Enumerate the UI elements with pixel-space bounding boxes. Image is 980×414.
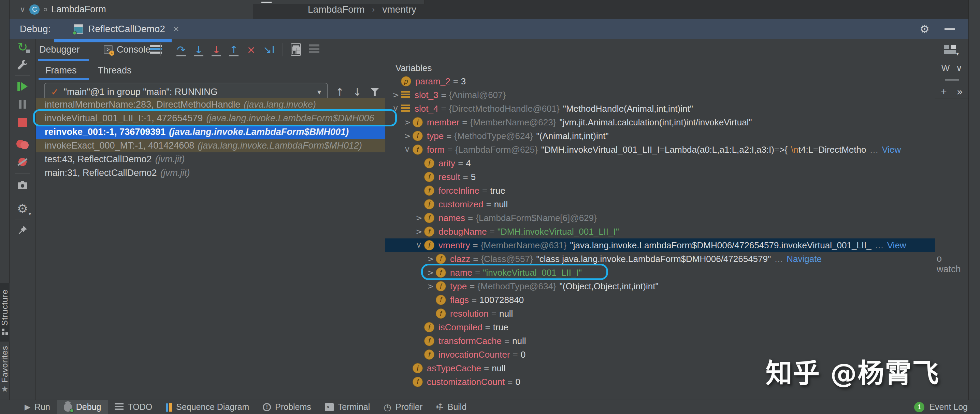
restore-layout-icon[interactable]: ▾	[944, 45, 956, 55]
chevron-down-icon[interactable]: ∨	[956, 63, 962, 73]
variable-row-names[interactable]: >fnames={LambdaForm$Name[6]@629}	[385, 211, 935, 225]
variable-row-form[interactable]: >fform={LambdaForm@625}"DMH.invokeVirtua…	[385, 143, 935, 157]
minimize-icon[interactable]	[945, 28, 955, 30]
variable-row-slot_4[interactable]: >slot_4={DirectMethodHandle@601}"MethodH…	[385, 102, 935, 115]
tree-chevron-icon[interactable]: >	[402, 131, 412, 141]
settings-wrench-button[interactable]	[14, 57, 31, 72]
statusbar-item-terminal[interactable]: >_Terminal	[318, 400, 377, 414]
stack-frame-row[interactable]: reinvoke_001:-1, 736709391(java.lang.inv…	[36, 125, 385, 139]
variable-row-name[interactable]: >fname="invokeVirtual_001_LII_I"	[385, 266, 935, 280]
variable-name: type	[450, 281, 467, 292]
view-breakpoints-button[interactable]	[14, 137, 31, 152]
step-out-icon[interactable]: ↑	[226, 42, 241, 57]
tab-console[interactable]: >↓ Console	[104, 39, 151, 60]
coverage-grid-icon[interactable]	[307, 42, 322, 57]
force-step-into-icon[interactable]: ↓	[209, 42, 224, 57]
variable-row-arity[interactable]: farity=4	[385, 157, 935, 170]
equals-sign: =	[438, 90, 449, 101]
arrow-down-icon[interactable]: ↓	[353, 86, 361, 98]
gear-icon[interactable]: ⚙	[920, 22, 929, 35]
tree-chevron-icon[interactable]: >	[391, 91, 401, 99]
statusbar-item-profiler[interactable]: ◷Profiler	[377, 400, 429, 414]
variable-row-forceInline[interactable]: fforceInline=true	[385, 184, 935, 197]
variable-row-type[interactable]: >ftype={MethodType@624}"(Animal,int,int)…	[385, 129, 935, 143]
stack-frame-row[interactable]: main:31, ReflectCallDemo2(jvm.jit)	[36, 166, 385, 180]
inline-link[interactable]: Navigate	[786, 254, 822, 264]
settings-gear-button[interactable]: ⚙▾	[14, 201, 31, 216]
stack-frame-row[interactable]: test:43, ReflectCallDemo2(jvm.jit)	[36, 152, 385, 166]
sidebar-tab-structure[interactable]: Structure	[0, 283, 10, 342]
variable-row-transformCache[interactable]: ftransformCache=null	[385, 334, 935, 348]
variable-row-vmentry[interactable]: >fvmentry={MemberName@631}"java.lang.inv…	[385, 238, 935, 252]
variable-row-customized[interactable]: fcustomized=null	[385, 197, 935, 211]
variable-row-member[interactable]: >fmember={MemberName@623}"jvm.jit.Animal…	[385, 115, 935, 129]
inline-link[interactable]: View	[882, 144, 901, 155]
tree-chevron-icon[interactable]: >	[425, 268, 436, 277]
statusbar-item-sequence-diagram[interactable]: Sequence Diagram	[159, 400, 256, 414]
step-over-icon[interactable]: ↷	[174, 42, 189, 57]
event-log[interactable]: 1 Event Log	[914, 402, 968, 412]
drop-frame-icon[interactable]: ×	[243, 42, 259, 57]
field-icon: f	[424, 240, 434, 250]
statusbar-item-build[interactable]: ⚒Build	[429, 400, 473, 414]
tree-chevron-icon[interactable]: >	[425, 254, 436, 263]
add-watch-button[interactable]: +	[941, 86, 947, 98]
thread-dump-camera-button[interactable]	[14, 177, 31, 193]
tab-debugger[interactable]: Debugger	[39, 39, 80, 60]
variable-row-type[interactable]: >ftype={MethodType@634}"(Object,Object,i…	[385, 280, 935, 293]
stack-frame-row[interactable]: internalMemberName:283, DirectMethodHand…	[36, 98, 385, 111]
structure-tree-item-lambdaform[interactable]: ∨ C LambdaForm	[20, 0, 106, 19]
layout-lines-icon[interactable]	[150, 45, 162, 55]
visibility-dot-icon	[44, 8, 47, 11]
stack-frame-row[interactable]: invokeVirtual_001_LII_I:-1, 472654579(ja…	[36, 111, 385, 125]
breadcrumb-item-class[interactable]: LambdaForm	[308, 4, 365, 15]
inline-link[interactable]: View	[887, 240, 906, 251]
debug-session-tab[interactable]: ReflectCallDemo2 ×	[74, 24, 179, 35]
step-into-icon[interactable]: ↓	[191, 42, 206, 57]
pin-button[interactable]	[14, 223, 31, 238]
field-icon: f	[412, 117, 423, 128]
frame-location: internalMemberName:283, DirectMethodHand…	[45, 99, 240, 110]
variable-row-debugName[interactable]: >fdebugName="DMH.invokeVirtual_001_LII_I…	[385, 225, 935, 238]
rerun-button[interactable]: ↻	[14, 39, 31, 54]
close-session-icon[interactable]: ×	[173, 24, 179, 35]
variable-row-isCompiled[interactable]: fisCompiled=true	[385, 320, 935, 334]
variable-row-resolution[interactable]: fresolution=null	[385, 307, 935, 320]
tree-chevron-icon[interactable]: >	[402, 118, 412, 127]
equals-sign: =	[472, 267, 483, 278]
resume-button[interactable]	[14, 79, 31, 94]
sidebar-tab-favorites[interactable]: Favorites ★	[0, 342, 10, 398]
tree-chevron-icon[interactable]: >	[391, 104, 400, 114]
more-actions-icon[interactable]: »	[957, 86, 963, 98]
slot-variable-icon	[401, 91, 410, 99]
statusbar-item-todo[interactable]: TODO	[108, 400, 159, 414]
evaluate-expression-icon[interactable]	[288, 42, 303, 57]
tree-chevron-icon[interactable]: >	[425, 282, 436, 291]
stop-button[interactable]	[14, 115, 31, 130]
toolbar-separator	[283, 43, 283, 56]
tree-chevron-icon[interactable]: >	[414, 227, 424, 236]
pause-button[interactable]	[14, 97, 31, 112]
expand-chevron-icon[interactable]: ∨	[20, 5, 25, 14]
parameter-icon: p	[401, 76, 411, 86]
star-icon: ★	[1, 384, 8, 394]
statusbar-item-debug[interactable]: Debug	[57, 400, 108, 414]
tab-threads[interactable]: Threads	[98, 65, 132, 76]
arrow-up-icon[interactable]: ↑	[336, 86, 344, 98]
tab-frames[interactable]: Frames	[45, 65, 77, 76]
run-to-cursor-icon[interactable]: ↘I	[261, 42, 277, 57]
tree-chevron-icon[interactable]: >	[415, 240, 423, 250]
variable-row-slot_3[interactable]: >slot_3={Animal@607}	[385, 88, 935, 102]
variable-row-flags[interactable]: fflags=100728840	[385, 293, 935, 307]
breadcrumb-item-member[interactable]: vmentry	[382, 4, 417, 15]
variable-row-result[interactable]: fresult=5	[385, 170, 935, 184]
statusbar-item-problems[interactable]: !Problems	[256, 400, 318, 414]
filter-funnel-icon[interactable]	[370, 88, 379, 96]
mute-breakpoints-button[interactable]	[14, 154, 31, 169]
tree-chevron-icon[interactable]: >	[414, 214, 424, 222]
variable-row-param_2[interactable]: pparam_2=3	[385, 75, 935, 88]
stack-frame-row[interactable]: invokeExact_000_MT:-1, 401424608(java.la…	[36, 139, 385, 152]
variable-row-clazz[interactable]: >fclazz={Class@557}"class java.lang.invo…	[385, 252, 935, 266]
statusbar-item-run[interactable]: ▶Run	[18, 400, 57, 414]
tree-chevron-icon[interactable]: >	[403, 144, 412, 155]
